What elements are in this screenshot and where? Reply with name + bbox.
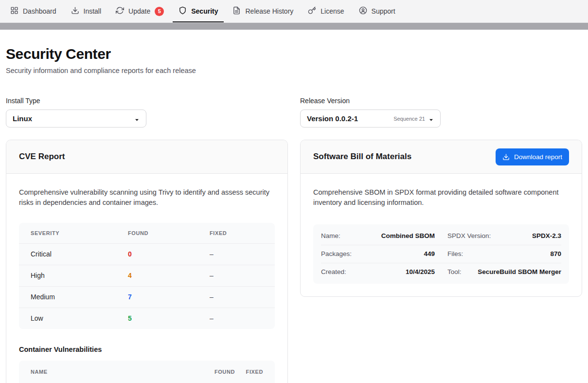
detail-tool: Tool: SecureBuild SBOM Merger [447, 263, 561, 281]
release-version-filter: Release Version Version 0.0.2-1 Sequence… [300, 97, 582, 128]
detail-created: Created: 10/4/2025 [321, 263, 435, 281]
nav-item-update[interactable]: Update 5 [108, 0, 171, 22]
fixed-count: – [210, 250, 263, 258]
cve-report-header: CVE Report [6, 140, 287, 174]
table-row-high: High 4 – [19, 265, 275, 286]
detail-name: Name: Combined SBOM [321, 227, 435, 245]
col-fixed: FIXED [210, 230, 263, 236]
nav-item-dashboard[interactable]: Dashboard [3, 0, 64, 22]
col-found: FOUND [190, 369, 235, 375]
detail-files: Files: 870 [447, 245, 561, 263]
key-icon [308, 6, 316, 16]
install-type-filter: Install Type Linux [6, 97, 288, 128]
cve-report-card: CVE Report Comprehensive vulnerability s… [6, 140, 288, 383]
detail-label: Name: [321, 232, 340, 239]
install-type-label: Install Type [6, 97, 288, 105]
sequence-label: Sequence 21 [393, 116, 425, 122]
detail-value: 449 [424, 250, 435, 257]
support-icon [359, 6, 367, 16]
container-vulnerabilities-title: Container Vulnerabilities [19, 346, 275, 353]
release-version-label: Release Version [300, 97, 582, 105]
header-divider-bar [0, 23, 588, 30]
nav-label: License [321, 7, 344, 15]
table-row-medium: Medium 7 – [19, 286, 275, 308]
severity-name: Medium [31, 293, 128, 301]
severity-name: Critical [31, 250, 128, 258]
nav-item-support[interactable]: Support [352, 0, 403, 22]
page-subtitle: Security information and compliance repo… [6, 67, 582, 74]
release-version-value: Version 0.0.2-1 [307, 114, 358, 123]
nav-label: Update [128, 7, 150, 15]
container-vulnerabilities-table: NAME FOUND FIXED [19, 361, 275, 383]
cve-report-description: Comprehensive vulnerability scanning usi… [19, 187, 275, 208]
download-icon [502, 153, 510, 161]
cve-report-body: Comprehensive vulnerability scanning usi… [6, 174, 287, 383]
top-navigation: Dashboard Install Update 5 Security Rele… [0, 0, 588, 23]
severity-name: High [31, 272, 128, 279]
col-fixed: FIXED [235, 369, 263, 375]
detail-value: SecureBuild SBOM Merger [478, 268, 561, 275]
nav-label: Support [372, 7, 395, 15]
release-version-select[interactable]: Version 0.0.2-1 Sequence 21 [300, 109, 441, 128]
sbom-card: Software Bill of Materials Download repo… [300, 140, 582, 297]
sbom-header: Software Bill of Materials Download repo… [301, 140, 582, 174]
download-report-button[interactable]: Download report [496, 148, 569, 165]
col-severity: SEVERITY [31, 230, 128, 236]
detail-value: 10/4/2025 [406, 268, 435, 275]
detail-row: Created: 10/4/2025 Tool: SecureBuild SBO… [321, 263, 561, 281]
nav-label: Release History [245, 7, 293, 15]
found-count: 7 [128, 293, 210, 301]
report-cards-row: CVE Report Comprehensive vulnerability s… [6, 140, 582, 383]
download-icon [71, 6, 79, 16]
table-row-critical: Critical 0 – [19, 243, 275, 265]
sbom-description: Comprehensive SBOM in SPDX format provid… [313, 187, 569, 208]
nav-item-install[interactable]: Install [64, 0, 109, 22]
severity-name: Low [31, 314, 128, 322]
document-icon [232, 6, 241, 16]
detail-value: Combined SBOM [381, 232, 435, 239]
table-row-low: Low 5 – [19, 308, 275, 329]
detail-label: Tool: [447, 268, 462, 275]
detail-row: Packages: 449 Files: 870 [321, 245, 561, 263]
refresh-icon [116, 6, 124, 16]
nav-label: Dashboard [23, 7, 56, 15]
detail-label: SPDX Version: [447, 232, 491, 239]
chevron-down-icon [134, 116, 140, 121]
download-report-label: Download report [514, 153, 562, 161]
sbom-body: Comprehensive SBOM in SPDX format provid… [301, 174, 582, 296]
main-content: Security Center Security information and… [0, 46, 588, 383]
install-type-select[interactable]: Linux [6, 109, 146, 128]
fixed-count: – [210, 293, 263, 301]
detail-value: SPDX-2.3 [532, 232, 561, 239]
nav-item-release-history[interactable]: Release History [225, 0, 301, 22]
detail-row: Name: Combined SBOM SPDX Version: SPDX-2… [321, 227, 561, 245]
container-table-header: NAME FOUND FIXED [19, 361, 275, 383]
grid-icon [10, 6, 18, 16]
fixed-count: – [210, 272, 263, 279]
nav-label: Install [84, 7, 102, 15]
filters-row: Install Type Linux Release Version Versi… [6, 97, 582, 128]
found-count: 0 [128, 250, 210, 258]
found-count: 4 [128, 272, 210, 279]
nav-item-license[interactable]: License [301, 0, 351, 22]
cve-report-title: CVE Report [19, 152, 65, 162]
nav-label: Security [191, 7, 218, 15]
severity-table-header: SEVERITY FOUND FIXED [19, 223, 275, 243]
detail-label: Files: [447, 250, 463, 257]
detail-value: 870 [550, 250, 561, 257]
found-count: 5 [128, 314, 210, 322]
fixed-count: – [210, 314, 263, 322]
chevron-down-icon [428, 116, 434, 121]
detail-packages: Packages: 449 [321, 245, 435, 263]
update-count-badge: 5 [155, 7, 164, 16]
sbom-details-grid: Name: Combined SBOM SPDX Version: SPDX-2… [313, 224, 569, 284]
nav-item-security[interactable]: Security [171, 0, 225, 22]
detail-spdx-version: SPDX Version: SPDX-2.3 [447, 227, 561, 245]
col-name: NAME [31, 369, 190, 375]
page-title: Security Center [6, 46, 582, 62]
sbom-title: Software Bill of Materials [313, 152, 411, 162]
install-type-value: Linux [13, 114, 32, 123]
col-found: FOUND [128, 230, 210, 236]
shield-icon [178, 6, 187, 16]
severity-table: SEVERITY FOUND FIXED Critical 0 – High 4… [19, 223, 275, 329]
